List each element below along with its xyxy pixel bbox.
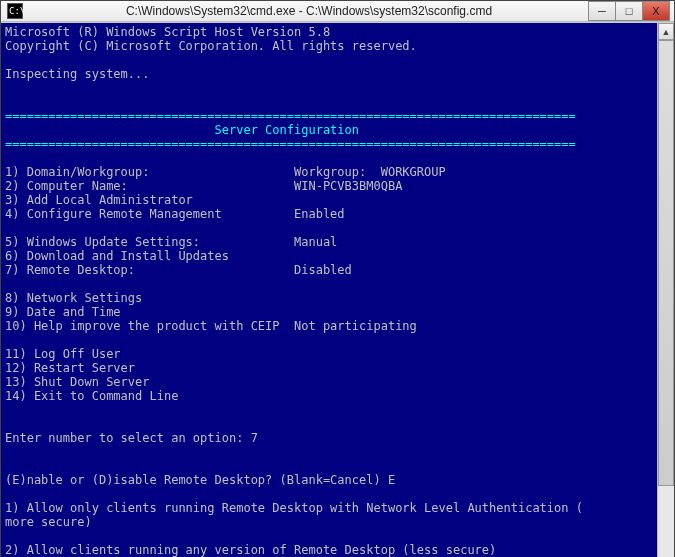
rdp-choice-1-a: 1) Allow only clients running Remote Des… (5, 501, 583, 515)
scroll-track[interactable] (658, 40, 674, 557)
menu-option-1: 1) Domain/Workgroup: Workgroup: WORKGROU… (5, 165, 446, 179)
close-button[interactable]: X (642, 1, 670, 21)
script-host-line: Microsoft (R) Windows Script Host Versio… (5, 25, 330, 39)
copyright-line: Copyright (C) Microsoft Corporation. All… (5, 39, 417, 53)
menu-option-13: 13) Shut Down Server (5, 375, 150, 389)
window-title: C:\Windows\System32\cmd.exe - C:\Windows… (29, 4, 589, 18)
menu-option-2: 2) Computer Name: WIN-PCVB3BM0QBA (5, 179, 402, 193)
menu-option-4: 4) Configure Remote Management Enabled (5, 207, 345, 221)
cmd-icon: C:\ (7, 3, 23, 19)
rdp-choice-2: 2) Allow clients running any version of … (5, 543, 496, 557)
menu-option-12: 12) Restart Server (5, 361, 135, 375)
window-controls: ─ □ X (589, 1, 670, 21)
menu-option-10: 10) Help improve the product with CEIP N… (5, 319, 417, 333)
menu-option-11: 11) Log Off User (5, 347, 121, 361)
divider-top: ========================================… (5, 109, 576, 123)
rdp-choice-1-b: more secure) (5, 515, 92, 529)
minimize-button[interactable]: ─ (588, 1, 616, 21)
config-header: Server Configuration (5, 123, 359, 137)
divider-bottom: ========================================… (5, 137, 576, 151)
menu-option-3: 3) Add Local Administrator (5, 193, 193, 207)
vertical-scrollbar[interactable]: ▲ ▼ (657, 23, 674, 557)
prompt-select-option: Enter number to select an option: 7 (5, 431, 258, 445)
cmd-window: C:\ C:\Windows\System32\cmd.exe - C:\Win… (0, 0, 675, 557)
titlebar[interactable]: C:\ C:\Windows\System32\cmd.exe - C:\Win… (1, 1, 674, 22)
client-area: Microsoft (R) Windows Script Host Versio… (1, 22, 674, 557)
scroll-up-button[interactable]: ▲ (658, 23, 674, 40)
menu-option-7: 7) Remote Desktop: Disabled (5, 263, 352, 277)
menu-option-9: 9) Date and Time (5, 305, 121, 319)
terminal-output[interactable]: Microsoft (R) Windows Script Host Versio… (1, 23, 657, 557)
menu-option-5: 5) Windows Update Settings: Manual (5, 235, 337, 249)
scroll-thumb[interactable] (658, 40, 674, 486)
menu-option-6: 6) Download and Install Updates (5, 249, 229, 263)
maximize-button[interactable]: □ (615, 1, 643, 21)
menu-option-14: 14) Exit to Command Line (5, 389, 178, 403)
menu-option-8: 8) Network Settings (5, 291, 142, 305)
prompt-enable-disable: (E)nable or (D)isable Remote Desktop? (B… (5, 473, 395, 487)
inspecting-line: Inspecting system... (5, 67, 150, 81)
